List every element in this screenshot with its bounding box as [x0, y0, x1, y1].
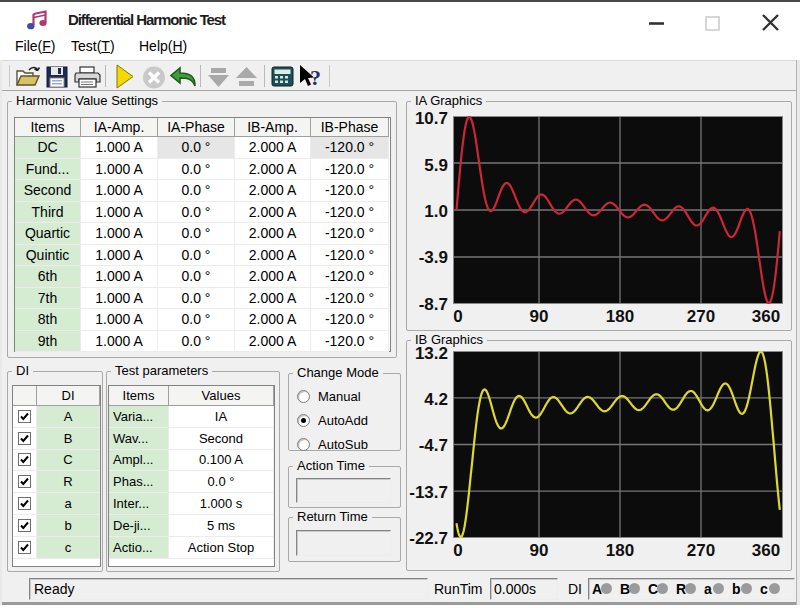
svg-text:?: ?: [310, 65, 321, 90]
